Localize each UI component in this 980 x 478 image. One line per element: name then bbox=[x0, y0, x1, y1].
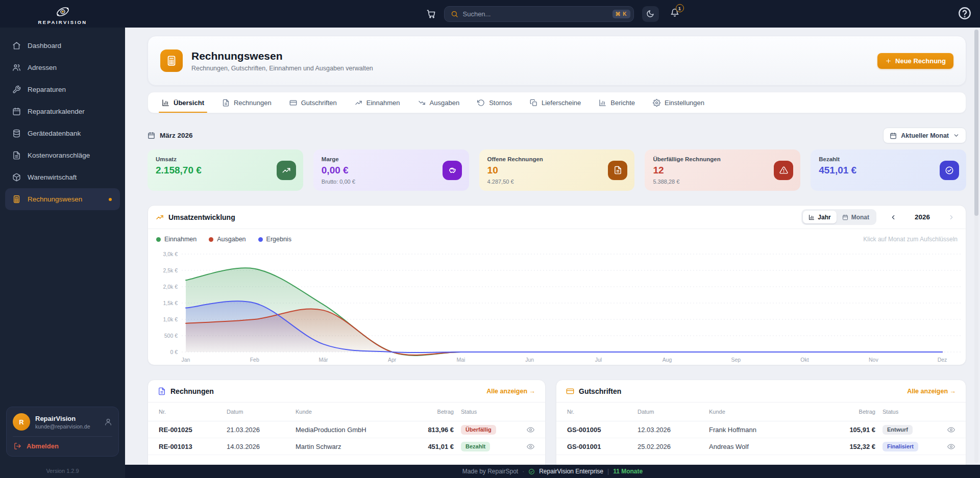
year-label: 2026 bbox=[904, 213, 941, 221]
chevron-right-icon[interactable] bbox=[945, 211, 958, 224]
revenue-area-chart[interactable]: 3,0k €2,5k €2,0k €1,5k €1,0k €500 €0 €Ja… bbox=[148, 245, 966, 365]
tab-uebersicht[interactable]: Übersicht bbox=[162, 92, 204, 113]
table-row[interactable]: RE-001025 21.03.2026 MediaProduction Gmb… bbox=[148, 421, 545, 438]
svg-text:Jun: Jun bbox=[525, 357, 534, 363]
scrollbar[interactable] bbox=[974, 30, 978, 463]
app-logo[interactable]: REPAIRVISION bbox=[0, 0, 125, 28]
help-icon bbox=[958, 6, 972, 20]
user-icon bbox=[104, 418, 112, 426]
table-title: Gutschriften bbox=[579, 387, 621, 395]
sidebar-item-rechnungswesen[interactable]: Rechnungswesen bbox=[5, 188, 120, 210]
sidebar-item-reparaturkalender[interactable]: Reparaturkalender bbox=[0, 100, 125, 122]
logo-icon bbox=[55, 5, 71, 18]
stat-card-offene-rechnungen: Offene Rechnungen 10 4.287,50 € bbox=[479, 149, 635, 191]
app-window: REPAIRVISION ⌘ K 1 bbox=[0, 0, 980, 478]
sidebar-item-adressen[interactable]: Adressen bbox=[0, 57, 125, 79]
trending-up-icon bbox=[277, 161, 296, 180]
table-row[interactable]: RE-001013 14.03.2026 Martin Schwarz 451,… bbox=[148, 438, 545, 455]
tab-stornos[interactable]: Stornos bbox=[477, 92, 512, 113]
search-input[interactable] bbox=[463, 10, 608, 18]
calculator-icon bbox=[166, 55, 177, 66]
calendar-icon bbox=[890, 132, 897, 139]
page-header: Rechnungswesen Rechnungen, Gutschriften,… bbox=[148, 36, 966, 86]
legend-einnahmen: Einnahmen bbox=[156, 236, 197, 243]
package-icon bbox=[12, 173, 21, 182]
calendar-icon bbox=[148, 132, 155, 139]
legend-ausgaben: Ausgaben bbox=[209, 236, 246, 243]
sidebar-item-geraetedatenbank[interactable]: Gerätedatenbank bbox=[0, 122, 125, 144]
svg-text:Apr: Apr bbox=[388, 357, 397, 363]
credit-card-icon bbox=[289, 99, 297, 107]
scrollbar-thumb[interactable] bbox=[974, 30, 978, 216]
svg-text:Mär: Mär bbox=[318, 357, 328, 363]
search-box[interactable]: ⌘ K bbox=[444, 6, 634, 22]
stat-card-bezahlt: Bezahlt 451,01 € bbox=[811, 149, 966, 191]
revenue-chart-card: Umsatzentwicklung Jahr Monat bbox=[148, 205, 966, 365]
rotate-ccw-icon bbox=[477, 99, 485, 107]
chart-controls: Jahr Monat 2026 bbox=[801, 209, 958, 225]
period-row: März 2026 Aktueller Monat bbox=[148, 128, 966, 143]
view-button[interactable] bbox=[941, 426, 955, 434]
status-badge: Entwurf bbox=[883, 425, 913, 435]
svg-text:500 €: 500 € bbox=[164, 333, 178, 339]
mode-month-button[interactable]: Monat bbox=[837, 211, 875, 223]
tab-lieferscheine[interactable]: Lieferscheine bbox=[530, 92, 581, 113]
view-button[interactable] bbox=[520, 443, 534, 450]
calculator-icon bbox=[12, 195, 21, 204]
trending-down-icon bbox=[418, 99, 426, 107]
chevron-down-icon bbox=[953, 132, 960, 139]
gear-icon bbox=[653, 99, 660, 107]
sidebar-item-dashboard[interactable]: Dashboard bbox=[0, 35, 125, 57]
dark-mode-toggle[interactable] bbox=[642, 6, 659, 22]
chevron-left-icon[interactable] bbox=[887, 211, 900, 224]
module-icon bbox=[160, 49, 183, 72]
period-selector[interactable]: Aktueller Monat bbox=[883, 128, 966, 143]
tab-gutschriften[interactable]: Gutschriften bbox=[289, 92, 337, 113]
tab-berichte[interactable]: Berichte bbox=[599, 92, 635, 113]
tab-einstellungen[interactable]: Einstellungen bbox=[653, 92, 704, 113]
table-row[interactable]: GS-001005 12.03.2026 Frank Hoffmann 105,… bbox=[556, 421, 966, 438]
calendar-icon bbox=[842, 214, 848, 220]
chart-header: Umsatzentwicklung Jahr Monat bbox=[148, 206, 966, 229]
file-icon bbox=[158, 387, 166, 395]
table-row[interactable]: GS-001001 25.02.2026 Andreas Wolf 152,32… bbox=[556, 438, 966, 455]
rechnungen-table-card: Rechnungen Alle anzeigen → Nr. Datum Kun… bbox=[148, 380, 546, 477]
eye-icon bbox=[947, 443, 955, 450]
cart-button[interactable] bbox=[426, 9, 436, 19]
logout-button[interactable]: Abmelden bbox=[13, 442, 112, 450]
show-all-link[interactable]: Alle anzeigen → bbox=[486, 388, 535, 395]
users-icon bbox=[12, 63, 21, 72]
svg-text:Aug: Aug bbox=[663, 357, 672, 363]
sidebar-item-warenwirtschaft[interactable]: Warenwirtschaft bbox=[0, 166, 125, 188]
view-button[interactable] bbox=[520, 426, 534, 434]
sidebar-item-kostenvoranschlaege[interactable]: Kostenvoranschläge bbox=[0, 144, 125, 166]
new-invoice-button[interactable]: Neue Rechnung bbox=[877, 53, 953, 69]
keyboard-shortcut-badge: ⌘ K bbox=[612, 10, 630, 18]
logo-text: REPAIRVISION bbox=[38, 19, 87, 25]
tab-einnahmen[interactable]: Einnahmen bbox=[355, 92, 400, 113]
view-button[interactable] bbox=[941, 443, 955, 450]
notifications-button[interactable]: 1 bbox=[670, 8, 679, 19]
mode-year-button[interactable]: Jahr bbox=[803, 211, 836, 223]
svg-text:Nov: Nov bbox=[869, 357, 878, 363]
year-navigation: 2026 bbox=[887, 211, 958, 224]
divider bbox=[13, 436, 112, 437]
legend-dot bbox=[209, 237, 213, 242]
search-icon bbox=[451, 10, 458, 18]
moon-icon bbox=[646, 10, 654, 18]
help-button[interactable] bbox=[958, 6, 972, 20]
tab-rechnungen[interactable]: Rechnungen bbox=[222, 92, 272, 113]
logout-icon bbox=[14, 442, 21, 450]
svg-text:Sep: Sep bbox=[731, 357, 741, 363]
show-all-link[interactable]: Alle anzeigen → bbox=[907, 388, 956, 395]
sidebar-item-reparaturen[interactable]: Reparaturen bbox=[0, 79, 125, 100]
eye-icon bbox=[527, 443, 534, 450]
tab-ausgaben[interactable]: Ausgaben bbox=[418, 92, 460, 113]
current-period: März 2026 bbox=[148, 132, 193, 139]
notification-count-badge: 1 bbox=[676, 4, 684, 12]
svg-text:Dez: Dez bbox=[938, 357, 947, 363]
user-email: kunde@repairvision.de bbox=[35, 423, 99, 430]
legend-ergebnis: Ergebnis bbox=[258, 236, 291, 243]
eye-icon bbox=[947, 426, 955, 434]
stat-card-ueberfaellige-rechnungen: Überfällige Rechnungen 12 5.388,28 € bbox=[645, 149, 800, 191]
